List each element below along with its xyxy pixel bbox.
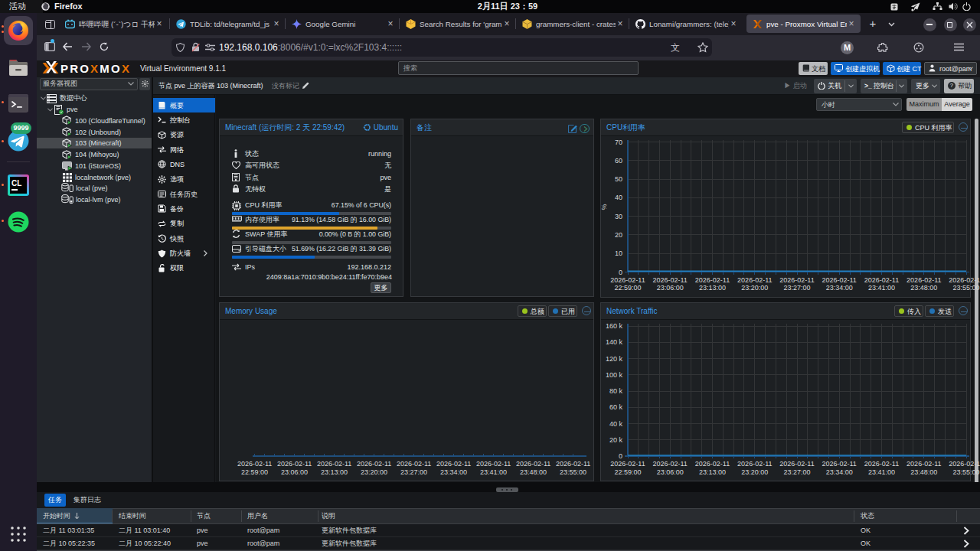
svg-text:CL: CL xyxy=(11,179,21,187)
